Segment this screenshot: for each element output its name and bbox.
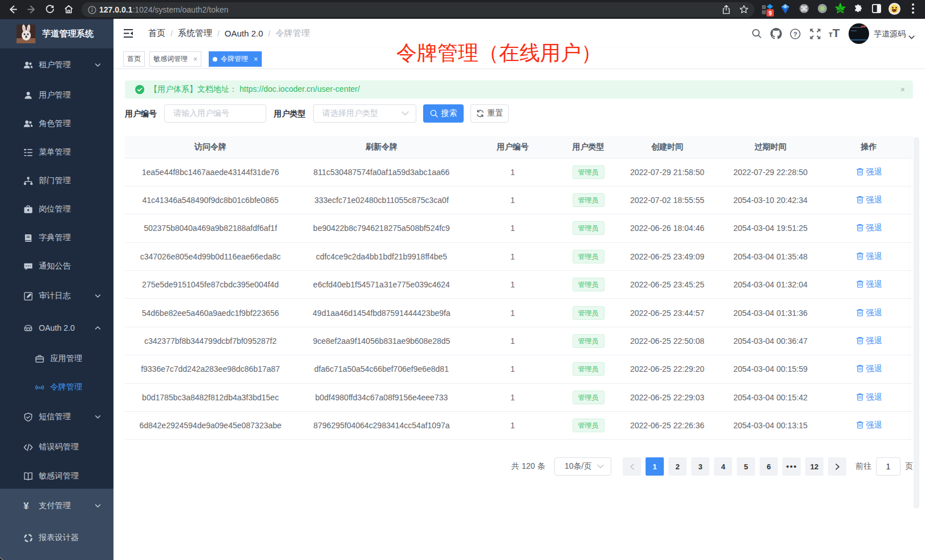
svg-text:?: ? [793,31,797,38]
svg-text:A: A [38,385,40,389]
svg-text:9: 9 [769,10,772,17]
